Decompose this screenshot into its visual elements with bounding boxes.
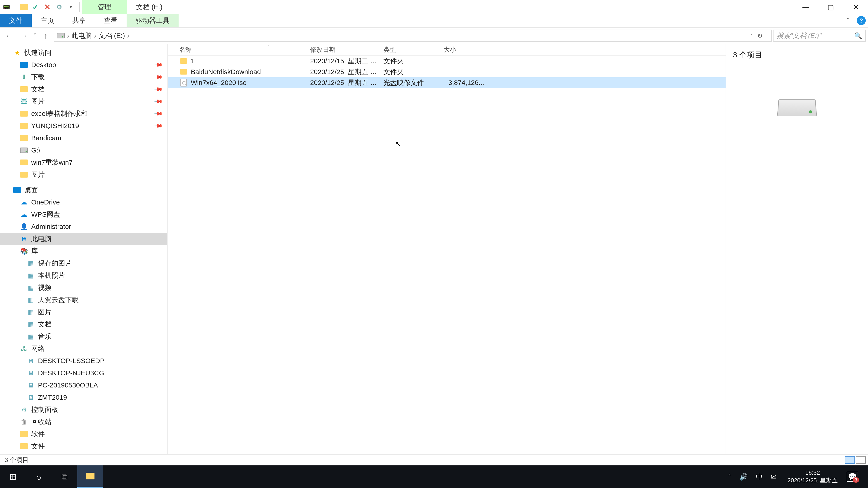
pin-icon: 📌 <box>154 85 163 94</box>
nav-libraries[interactable]: 📚库 <box>0 245 167 257</box>
ribbon-tab-file[interactable]: 文件 <box>0 14 32 27</box>
nav-software[interactable]: 软件 <box>0 428 167 440</box>
minimize-button[interactable]: — <box>794 0 818 14</box>
file-type: 文件夹 <box>383 57 443 66</box>
start-button[interactable]: ⊞ <box>0 465 26 488</box>
nav-forward-button[interactable]: → <box>17 29 31 42</box>
nav-network-item[interactable]: 🖥PC-20190530OBLA <box>0 379 167 391</box>
taskbar-clock[interactable]: 16:32 2020/12/25, 星期五 <box>783 469 842 484</box>
pc-icon: 🖥 <box>20 234 29 243</box>
nav-item-label: YUNQISHI2019 <box>31 122 79 130</box>
nav-administrator[interactable]: 👤Administrator <box>0 221 167 233</box>
nav-qa-item[interactable]: 文档📌 <box>0 83 167 95</box>
address-dropdown-icon[interactable]: ˅ <box>750 33 755 38</box>
file-row[interactable]: BaiduNetdiskDownload2020/12/25, 星期五 1...… <box>168 66 725 77</box>
nav-up-button[interactable]: ↑ <box>39 29 53 42</box>
nav-network-item[interactable]: 🖥DESKTOP-NJEU3CG <box>0 367 167 379</box>
view-icons-button[interactable] <box>856 456 866 464</box>
file-row[interactable]: 12020/12/15, 星期二 1...文件夹 <box>168 56 725 66</box>
nav-qa-item[interactable]: excel表格制作求和📌 <box>0 107 167 120</box>
file-list[interactable]: ↖ 12020/12/15, 星期二 1...文件夹BaiduNetdiskDo… <box>168 56 725 454</box>
nav-qa-item[interactable]: 图片 <box>0 168 167 181</box>
help-icon[interactable]: ? <box>857 16 866 25</box>
search-input[interactable] <box>777 32 862 39</box>
nav-item-label: 文档 <box>38 320 52 329</box>
nav-files[interactable]: 文件 <box>0 440 167 452</box>
app-icon[interactable]: 📟 <box>1 1 12 13</box>
search-icon[interactable]: 🔍 <box>854 32 862 39</box>
library-item-icon: ▦ <box>26 295 35 304</box>
nav-library-item[interactable]: ▦本机照片 <box>0 269 167 282</box>
close-button[interactable]: ✕ <box>843 0 868 14</box>
nav-item-label: DESKTOP-LSSOEDP <box>38 357 105 365</box>
library-item-icon: ▦ <box>26 320 35 329</box>
nav-quick-access[interactable]: ★快速访问 <box>0 46 167 59</box>
nav-library-item[interactable]: ▦保存的图片 <box>0 257 167 269</box>
nav-item-label: excel表格制作求和 <box>31 109 88 119</box>
nav-library-item[interactable]: ▦音乐 <box>0 330 167 343</box>
nav-recycle-bin[interactable]: 🗑回收站 <box>0 416 167 428</box>
nav-history-dropdown[interactable]: ˅ <box>32 33 37 39</box>
nav-qa-item[interactable]: Bandicam <box>0 132 167 144</box>
ribbon-expand-icon[interactable]: ˄ <box>843 16 852 25</box>
nav-onedrive[interactable]: ☁OneDrive <box>0 196 167 208</box>
chevron-right-icon[interactable]: › <box>127 32 129 39</box>
nav-qa-item[interactable]: 🖼图片📌 <box>0 95 167 107</box>
column-header-type[interactable]: 类型 <box>383 45 443 54</box>
nav-qa-item[interactable]: G:\ <box>0 144 167 156</box>
nav-library-item[interactable]: ▦视频 <box>0 282 167 294</box>
nav-network-item[interactable]: 🖥ZMT2019 <box>0 391 167 403</box>
nav-desktop[interactable]: 桌面 <box>0 184 167 196</box>
address-bar[interactable]: › 此电脑 › 文档 (E:) › ˅ ↻ <box>54 30 772 42</box>
column-header-name[interactable]: 名称˄ <box>179 45 310 54</box>
column-header-date[interactable]: 修改日期 <box>310 45 383 54</box>
nav-qa-item[interactable]: YUNQISHI2019📌 <box>0 120 167 132</box>
navigation-pane[interactable]: ★快速访问 Desktop📌⬇下载📌文档📌🖼图片📌excel表格制作求和📌YUN… <box>0 44 167 454</box>
qat-folder-icon[interactable] <box>18 1 29 13</box>
ribbon-tab-home[interactable]: 主页 <box>32 14 63 27</box>
nav-library-item[interactable]: ▦文档 <box>0 318 167 330</box>
taskbar-explorer-button[interactable] <box>77 465 103 488</box>
file-row[interactable]: Win7x64_2020.iso2020/12/25, 星期五 1...光盘映像… <box>168 77 725 88</box>
nav-this-pc[interactable]: 🖥此电脑 <box>0 233 167 245</box>
nav-qa-item[interactable]: ⬇下载📌 <box>0 71 167 83</box>
context-tab[interactable]: 管理 <box>82 0 127 14</box>
chevron-right-icon[interactable]: › <box>94 32 96 39</box>
breadcrumb-current[interactable]: 文档 (E:) <box>98 31 125 40</box>
file-type: 光盘映像文件 <box>383 78 443 88</box>
chevron-right-icon[interactable]: › <box>67 32 69 39</box>
qat-dropdown-icon[interactable]: ▾ <box>65 1 76 13</box>
ribbon-tab-share[interactable]: 共享 <box>63 14 95 27</box>
maximize-button[interactable]: ▢ <box>818 0 843 14</box>
ribbon-tab-drive-tools[interactable]: 驱动器工具 <box>127 14 179 27</box>
nav-library-item[interactable]: ▦图片 <box>0 306 167 318</box>
nav-back-button[interactable]: ← <box>2 29 16 42</box>
search-box[interactable]: 🔍 <box>773 30 866 42</box>
breadcrumb-thispc[interactable]: 此电脑 <box>71 31 92 40</box>
tray-app-icon[interactable]: ✉ <box>769 473 778 481</box>
nav-library-item[interactable]: ▦天翼云盘下载 <box>0 294 167 306</box>
tray-chevron-up-icon[interactable]: ˄ <box>726 473 733 481</box>
task-view-button[interactable]: ⧉ <box>52 465 77 488</box>
nav-item-label: 本机照片 <box>38 271 65 280</box>
properties-icon[interactable]: ⚙ <box>53 1 65 13</box>
volume-icon[interactable]: 🔊 <box>738 473 749 481</box>
nav-network[interactable]: 🖧网络 <box>0 343 167 355</box>
nav-qa-item[interactable]: Desktop📌 <box>0 59 167 71</box>
pin-icon: 📌 <box>154 121 163 130</box>
action-center-button[interactable]: 💬3 <box>847 472 858 482</box>
column-header-size[interactable]: 大小 <box>443 45 489 54</box>
ribbon-tab-view[interactable]: 查看 <box>95 14 127 27</box>
taskbar-search-button[interactable]: ⌕ <box>26 465 52 488</box>
x-icon[interactable]: ✕ <box>41 1 53 13</box>
view-details-button[interactable] <box>845 456 855 464</box>
nav-item-label: DESKTOP-NJEU3CG <box>38 369 104 377</box>
nav-wps[interactable]: ☁WPS网盘 <box>0 208 167 221</box>
refresh-icon[interactable]: ↻ <box>757 32 769 39</box>
computer-icon: 🖥 <box>26 381 35 390</box>
nav-network-item[interactable]: 🖥DESKTOP-LSSOEDP <box>0 355 167 367</box>
ime-indicator[interactable]: 中 <box>754 472 765 482</box>
nav-control-panel[interactable]: ⚙控制面板 <box>0 403 167 416</box>
nav-qa-item[interactable]: win7重装win7 <box>0 156 167 168</box>
checkmark-icon[interactable]: ✓ <box>30 1 41 13</box>
